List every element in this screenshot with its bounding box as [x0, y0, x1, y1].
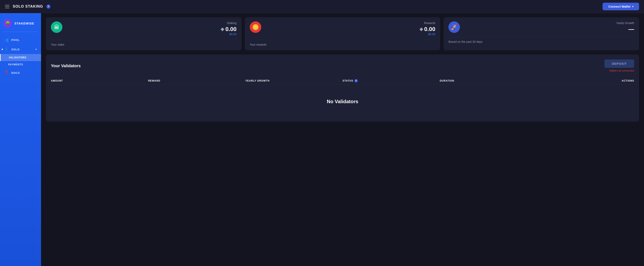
top-navigation: SOLO STAKING ? Connect Wallet ▾ — [0, 0, 644, 13]
header-amount: AMOUNT — [51, 79, 148, 82]
rewards-description: Your rewards — [250, 40, 436, 46]
sidebar-item-docs-label: DOCS — [11, 71, 20, 74]
staking-icon: 🏛 — [51, 21, 62, 33]
chevron-down-icon: ▾ — [36, 48, 37, 51]
eth-symbol-rewards: ◆ — [420, 27, 423, 32]
no-validators-message: No Validators — [51, 86, 634, 117]
sidebar-brand: 🌳 STAKEWISE — [0, 17, 41, 32]
yearly-growth-description: Based on the past 30 days — [448, 37, 634, 43]
chevron-down-icon: ▾ — [632, 5, 633, 8]
sidebar-item-pool-label: POOL — [11, 38, 20, 42]
rewards-card: 🪙 Rewards ◆ 0.00 $0.00 Your rewards — [245, 17, 440, 50]
header-status: STATUS ? — [342, 79, 440, 82]
validators-card: Your Validators DEPOSIT Wallet not conne… — [46, 54, 639, 122]
sidebar-item-pool[interactable]: 👥 POOL — [0, 35, 41, 45]
eth-symbol-staking: ◆ — [220, 27, 224, 32]
deposit-button[interactable]: DEPOSIT — [604, 59, 634, 68]
staking-card: 🏛 Staking ◆ 0.00 $0.00 Your stake — [46, 17, 242, 50]
header-duration: DURATION — [440, 79, 537, 82]
solo-icon: 👤 — [4, 47, 9, 52]
status-help-icon[interactable]: ? — [354, 79, 358, 82]
staking-card-top: 🏛 Staking ◆ 0.00 $0.00 — [51, 21, 237, 36]
validators-actions: DEPOSIT Wallet not connected — [604, 59, 634, 72]
sidebar-item-payments[interactable]: PAYMENTS — [0, 61, 41, 68]
sidebar-item-solo-label: SOLO — [11, 48, 20, 51]
solo-dot-icon — [2, 49, 3, 50]
nav-left: SOLO STAKING ? — [5, 4, 50, 9]
rewards-usd: $0.00 — [264, 33, 436, 36]
main-layout: 🌳 STAKEWISE 👥 POOL 👤 SOLO ▾ VALIDATORS P… — [0, 13, 644, 266]
staking-description: Your stake — [51, 40, 237, 46]
yearly-growth-card-top: 🚀 Yearly Growth — — [448, 21, 634, 33]
sidebar-item-docs[interactable]: ❓ DOCS — [0, 68, 41, 77]
validators-title: Your Validators — [51, 64, 81, 68]
stats-row: 🏛 Staking ◆ 0.00 $0.00 Your stake 🪙 — [46, 17, 639, 50]
rewards-card-top: 🪙 Rewards ◆ 0.00 $0.00 — [250, 21, 436, 36]
sidebar: 🌳 STAKEWISE 👥 POOL 👤 SOLO ▾ VALIDATORS P… — [0, 13, 41, 266]
header-yearly-growth: YEARLY GROWTH — [245, 79, 342, 82]
connect-wallet-button[interactable]: Connect Wallet ▾ — [602, 3, 639, 10]
yearly-growth-label: Yearly Growth — [463, 21, 634, 25]
staking-value: ◆ 0.00 — [66, 26, 237, 33]
help-icon[interactable]: ? — [46, 5, 50, 9]
rewards-info: Rewards ◆ 0.00 $0.00 — [264, 21, 436, 36]
sidebar-payments-label: PAYMENTS — [8, 63, 23, 66]
main-content: 🏛 Staking ◆ 0.00 $0.00 Your stake 🪙 — [41, 13, 644, 266]
rewards-value: ◆ 0.00 — [264, 26, 436, 33]
pool-icon: 👥 — [4, 38, 9, 42]
staking-usd: $0.00 — [66, 33, 237, 36]
docs-icon: ❓ — [4, 71, 9, 75]
wallet-not-connected-label: Wallet not connected — [609, 69, 634, 72]
yearly-growth-card: 🚀 Yearly Growth — Based on the past 30 d… — [444, 17, 639, 50]
rewards-label: Rewards — [264, 21, 436, 25]
table-header: AMOUNT REWARD YEARLY GROWTH STATUS ? DUR… — [51, 77, 634, 85]
sidebar-item-solo[interactable]: 👤 SOLO ▾ — [0, 45, 41, 54]
staking-label: Staking — [66, 21, 237, 25]
header-reward: REWARD — [148, 79, 246, 82]
rewards-icon: 🪙 — [250, 21, 261, 33]
sidebar-validators-label: VALIDATORS — [9, 56, 26, 59]
yearly-growth-icon: 🚀 — [448, 21, 460, 33]
app-title: SOLO STAKING — [13, 4, 43, 9]
staking-info: Staking ◆ 0.00 $0.00 — [66, 21, 237, 36]
yearly-growth-value: — — [463, 26, 634, 33]
sidebar-item-validators[interactable]: VALIDATORS — [0, 54, 41, 61]
brand-name: STAKEWISE — [14, 22, 34, 25]
validators-header: Your Validators DEPOSIT Wallet not conne… — [51, 59, 634, 72]
brand-icon: 🌳 — [3, 19, 12, 28]
validators-table: AMOUNT REWARD YEARLY GROWTH STATUS ? DUR… — [51, 77, 634, 117]
hamburger-menu[interactable] — [5, 5, 10, 8]
header-actions: ACTIONS — [537, 79, 634, 82]
sidebar-divider — [3, 32, 38, 32]
yearly-growth-info: Yearly Growth — — [463, 21, 634, 33]
